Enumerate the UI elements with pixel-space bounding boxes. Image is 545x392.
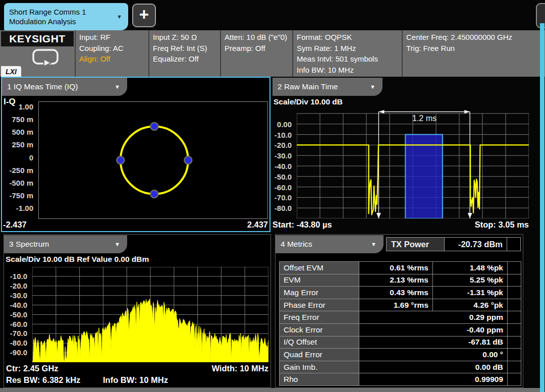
chevron-down-icon: ▼: [115, 242, 120, 247]
y-tick-label: -40.0: [4, 301, 27, 310]
metric-label: Clock Error: [280, 323, 359, 336]
tx-power-value: -20.73 dBm: [444, 237, 507, 251]
spectrum-resbw-label: Res BW: 6.382 kHz: [6, 375, 80, 385]
add-tab-button[interactable]: +: [132, 4, 156, 27]
header-line: Equalizer: Off: [153, 53, 216, 65]
panel-metrics: 4 Metrics ▼ TX Power -20.73 dBm Offset E…: [275, 234, 523, 388]
metric-gutter: [508, 323, 521, 336]
y-tick-label: -80.0: [272, 204, 292, 213]
metric-label: Rho: [280, 373, 359, 386]
header-line: Atten: 10 dB ("e"0): [225, 32, 289, 43]
header-line: Align: Off: [79, 53, 145, 65]
metric-pk-value: -1.31 %pk: [433, 287, 508, 299]
spectrum-center-label: Ctr: 2.45 GHz: [6, 364, 59, 373]
panel-raw-main-time: 2 Raw Main Time ▼ Scale/Div 10.00 dB 0.0…: [272, 77, 540, 232]
iq-y-axis-ticks: 1.00750 m500 m250 m0-250 m-500 m-750 m-1…: [2, 78, 36, 231]
y-tick-label: -30.0: [272, 151, 292, 160]
right-edge-accent-bar: [540, 23, 544, 392]
metric-value: 0.29 ppm: [359, 311, 508, 324]
y-tick-label: 500 m: [2, 128, 33, 137]
tx-power-label: TX Power: [386, 237, 444, 251]
y-tick-label: -40.0: [272, 162, 292, 171]
measurement-mode-tab[interactable]: Short Range Comms 1 Modulation Analysis …: [4, 3, 128, 30]
y-tick-label: 250 m: [2, 140, 33, 149]
measurement-tab-label: Short Range Comms 1 Modulation Analysis: [4, 7, 86, 26]
metric-pk-value: 5.25 %pk: [433, 274, 508, 287]
tab-line-2: Modulation Analysis: [9, 17, 86, 26]
header-line: Sym Rate: 1 MHz: [297, 43, 398, 54]
metrics-row[interactable]: Clock Error-0.40 ppm: [280, 323, 521, 336]
spectrum-infobw-label: Info BW: 10 MHz: [103, 375, 168, 385]
tx-power-gutter: [507, 237, 521, 251]
metrics-row[interactable]: Rho0.99909: [280, 373, 521, 386]
header-line: Coupling: AC: [79, 43, 145, 54]
metrics-row[interactable]: Freq Error0.29 ppm: [280, 311, 521, 324]
y-tick-label: 0.00: [272, 120, 292, 129]
constellation-state-point: [184, 156, 192, 164]
metric-gutter: [508, 349, 521, 361]
metric-rms-value: 0.43 %rms: [359, 287, 433, 299]
header-cell: Center Freq: 2.450000000 GHzTrig: Free R…: [402, 30, 545, 77]
metric-gutter: [508, 311, 521, 324]
metric-value: 0.99909: [359, 373, 508, 386]
settings-header-bar: KEYSIGHT LXI Input: RFCoupling: ACAlign:…: [0, 30, 545, 77]
metric-value: 0.00 dB: [359, 361, 508, 373]
y-tick-label: -20.0: [272, 141, 292, 150]
chevron-down-icon: ▼: [117, 14, 122, 20]
metric-value: -0.40 ppm: [359, 323, 508, 336]
chevron-down-icon: ▼: [371, 242, 376, 247]
raw-y-axis-ticks: 0.00-10.0-20.0-30.0-40.0-50.0-60.0-70.0-…: [272, 77, 295, 232]
metrics-row[interactable]: Phase Error1.69 °rms4.26 °pk: [280, 299, 521, 311]
y-tick-label: -50.0: [4, 310, 27, 319]
metric-pk-value: 4.26 °pk: [433, 299, 508, 311]
tx-power-readout: TX Power -20.73 dBm: [386, 237, 521, 251]
y-tick-label: 1.00: [2, 102, 33, 111]
time-selection-region[interactable]: [405, 135, 443, 218]
y-tick-label: -60.0: [272, 183, 292, 192]
header-cell: Input Z: 50 ΩFreq Ref: Int (S)Equalizer:…: [148, 30, 220, 77]
y-tick-label: -750 m: [2, 191, 33, 200]
metric-label: Gain Imb.: [280, 361, 359, 373]
metric-gutter: [508, 336, 521, 349]
header-line: Freq Ref: Int (S): [153, 43, 216, 54]
header-line: Center Freq: 2.450000000 GHz: [406, 32, 541, 43]
iq-x-min: -2.437: [3, 220, 27, 230]
metric-rms-value: 0.61 %rms: [359, 262, 433, 274]
metrics-row[interactable]: Mag Error0.43 %rms-1.31 %pk: [280, 287, 521, 299]
y-tick-label: -1.00: [2, 204, 33, 213]
raw-stop-label: Stop: 3.05 ms: [428, 220, 529, 230]
lxi-badge: LXI: [1, 66, 21, 77]
burst-width-annotation: 1.2 ms: [399, 114, 450, 123]
iq-constellation-plot[interactable]: [38, 101, 268, 219]
header-line: Input Z: 50 Ω: [153, 32, 216, 43]
metric-label: I/Q Offset: [280, 336, 359, 349]
metrics-table: Offset EVM0.61 %rms1.48 %pkEVM2.13 %rms5…: [279, 261, 521, 386]
metrics-row[interactable]: Gain Imb.0.00 dB: [280, 361, 521, 373]
metric-pk-value: 1.48 %pk: [433, 262, 508, 274]
chevron-down-icon: ▼: [370, 84, 375, 90]
metric-label: Freq Error: [280, 311, 359, 324]
metric-label: Quad Error: [280, 349, 359, 361]
metrics-row[interactable]: Quad Error0.00 °: [280, 349, 521, 361]
y-tick-label: -70.0: [272, 193, 292, 202]
y-tick-label: -60.0: [4, 320, 27, 329]
spectrum-plot[interactable]: [32, 267, 268, 362]
metric-rms-value: 1.69 °rms: [359, 299, 433, 311]
raw-time-plot[interactable]: [297, 110, 529, 218]
header-line: Format: OQPSK: [297, 32, 398, 43]
spectrum-width-label: Width: 10 MHz: [168, 364, 268, 373]
constellation-state-point: [150, 123, 158, 130]
metrics-row[interactable]: EVM2.13 %rms5.25 %pk: [280, 274, 521, 287]
y-tick-label: -500 m: [2, 179, 33, 188]
metrics-row[interactable]: I/Q Offset-67.81 dB: [280, 336, 521, 349]
screen-share-icon[interactable]: [30, 48, 62, 67]
y-tick-label: -20.0: [4, 282, 27, 291]
y-tick-label: -10.0: [272, 131, 292, 140]
metrics-row[interactable]: Offset EVM0.61 %rms1.48 %pk: [280, 262, 521, 274]
metric-gutter: [508, 287, 521, 299]
brand-cell: KEYSIGHT LXI: [0, 30, 75, 77]
panel4-title: 4 Metrics: [281, 240, 312, 249]
header-line: Info BW: 10 MHz: [297, 65, 398, 76]
panel4-title-dropdown[interactable]: 4 Metrics ▼: [276, 235, 384, 253]
metric-gutter: [508, 299, 521, 311]
